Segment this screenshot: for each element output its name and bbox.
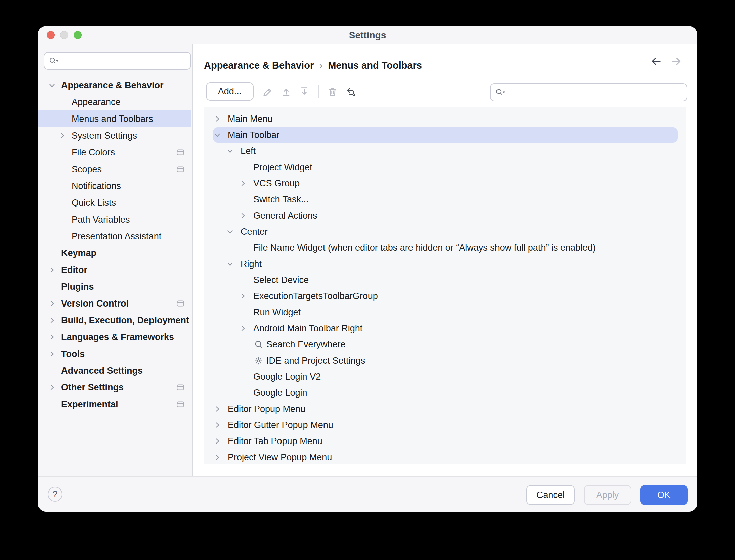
tree-row-file-name-widget[interactable]: File Name Widget (when editor tabs are h… [204,240,686,256]
tree-row-ide-project-settings[interactable]: IDE and Project Settings [204,353,686,369]
breadcrumb-current: Menus and Toolbars [328,60,422,71]
chevron-right-icon[interactable] [47,350,57,358]
sidebar-item-menus-and-toolbars[interactable]: Menus and Toolbars [38,110,191,127]
move-down-icon [299,86,310,97]
tree-row-vcs-group[interactable]: VCS Group [204,175,686,191]
tree-row-switch-task[interactable]: Switch Task... [204,191,686,207]
chevron-down-icon[interactable] [225,147,235,155]
tree-row-general-actions[interactable]: General Actions [204,207,686,224]
project-window-icon [176,148,185,157]
chevron-down-icon[interactable] [225,260,235,268]
sidebar-item-path-variables[interactable]: Path Variables [38,211,191,228]
tree-row-main-menu[interactable]: Main Menu [204,111,686,127]
chevron-right-icon[interactable] [57,132,68,140]
sidebar-item-quick-lists[interactable]: Quick Lists [38,194,191,211]
sidebar-item-appearance-behavior[interactable]: Appearance & Behavior [38,77,191,94]
actions-search-field[interactable] [490,83,687,101]
project-window-icon [176,299,185,308]
chevron-right-icon[interactable] [212,453,222,461]
sidebar-item-languages-frameworks[interactable]: Languages & Frameworks [38,329,191,345]
project-window-icon [176,165,185,174]
tree-row-editor-popup-menu[interactable]: Editor Popup Menu [204,401,686,417]
search-icon [495,88,506,97]
sidebar-search-field[interactable] [44,52,191,70]
main-panel: Appearance & Behavior › Menus and Toolba… [193,44,697,476]
settings-sidebar: Appearance & Behavior Appearance Menus a… [38,44,193,476]
chevron-down-icon[interactable] [47,81,57,89]
chevron-right-icon[interactable] [212,115,222,123]
cancel-button[interactable]: Cancel [526,485,575,505]
sidebar-item-build-execution-deployment[interactable]: Build, Execution, Deployment [38,312,191,329]
sidebar-item-system-settings[interactable]: System Settings [38,127,191,144]
chevron-right-icon[interactable] [238,212,248,220]
sidebar-item-advanced-settings[interactable]: Advanced Settings [38,362,191,379]
forward-arrow-icon [671,56,682,67]
apply-button: Apply [584,485,631,505]
delete-icon [327,86,338,97]
sidebar-item-experimental[interactable]: Experimental [38,396,191,413]
breadcrumb-parent[interactable]: Appearance & Behavior [204,60,314,71]
tree-row-android-main-toolbar-right[interactable]: Android Main Toolbar Right [204,320,686,336]
tree-row-editor-tab-popup-menu[interactable]: Editor Tab Popup Menu [204,433,686,449]
tree-row-right[interactable]: Right [204,256,686,272]
sidebar-item-plugins[interactable]: Plugins [38,278,191,295]
chevron-right-icon[interactable] [47,383,57,391]
sidebar-tree: Appearance & Behavior Appearance Menus a… [38,77,191,413]
tree-row-google-login[interactable]: Google Login [204,385,686,401]
tree-row-center[interactable]: Center [204,224,686,240]
edit-icon [262,86,274,97]
sidebar-item-keymap[interactable]: Keymap [38,245,191,262]
sidebar-item-appearance[interactable]: Appearance [38,94,191,110]
chevron-right-icon[interactable] [238,324,248,332]
chevron-right-icon[interactable] [47,333,57,341]
help-button[interactable]: ? [48,487,62,502]
sidebar-item-notifications[interactable]: Notifications [38,178,191,194]
history-navigation [650,56,682,67]
project-window-icon [176,400,185,409]
tree-row-run-widget[interactable]: Run Widget [204,304,686,320]
menus-toolbars-tree: Main Menu Main Toolbar Left Project Widg… [204,107,686,464]
sidebar-search-input[interactable] [62,56,186,66]
tree-row-editor-gutter-popup-menu[interactable]: Editor Gutter Popup Menu [204,417,686,433]
actions-search-input[interactable] [509,87,682,98]
sidebar-item-scopes[interactable]: Scopes [38,161,191,178]
tree-row-left[interactable]: Left [204,143,686,159]
ok-button[interactable]: OK [640,485,688,505]
chevron-right-icon[interactable] [47,316,57,324]
add-button[interactable]: Add... [206,82,254,101]
sidebar-item-version-control[interactable]: Version Control [38,295,191,312]
gear-icon [254,356,263,365]
chevron-right-icon[interactable] [238,292,248,300]
chevron-right-icon[interactable] [47,266,57,274]
search-icon [49,57,59,65]
revert-icon[interactable] [345,86,356,97]
tree-row-main-toolbar[interactable]: Main Toolbar [204,127,686,143]
chevron-down-icon[interactable] [212,131,222,139]
tree-row-execution-targets-toolbar-group[interactable]: ExecutionTargetsToolbarGroup [204,288,686,304]
breadcrumb: Appearance & Behavior › Menus and Toolba… [204,58,422,73]
settings-window: Settings Appearance & Behavior Appearanc… [38,26,697,512]
tree-row-select-device[interactable]: Select Device [204,272,686,288]
chevron-right-icon[interactable] [212,405,222,413]
sidebar-item-other-settings[interactable]: Other Settings [38,379,191,396]
search-icon [254,340,263,349]
tree-row-project-widget[interactable]: Project Widget [204,159,686,175]
sidebar-item-presentation-assistant[interactable]: Presentation Assistant [38,228,191,245]
chevron-right-icon[interactable] [212,421,222,429]
sidebar-item-tools[interactable]: Tools [38,345,191,362]
breadcrumb-separator-icon: › [319,60,322,71]
back-arrow-icon[interactable] [650,56,662,67]
chevron-right-icon[interactable] [47,299,57,308]
sidebar-item-editor[interactable]: Editor [38,262,191,278]
tree-row-project-view-popup-menu[interactable]: Project View Popup Menu [204,449,686,464]
chevron-down-icon[interactable] [225,228,235,236]
project-window-icon [176,383,185,392]
chevron-right-icon[interactable] [238,179,248,187]
tree-row-google-login-v2[interactable]: Google Login V2 [204,369,686,385]
tree-row-search-everywhere[interactable]: Search Everywhere [204,336,686,353]
sidebar-item-file-colors[interactable]: File Colors [38,144,191,161]
chevron-right-icon[interactable] [212,437,222,445]
title-bar: Settings [38,26,697,44]
toolbar-separator [318,85,319,98]
move-up-icon [280,86,292,97]
